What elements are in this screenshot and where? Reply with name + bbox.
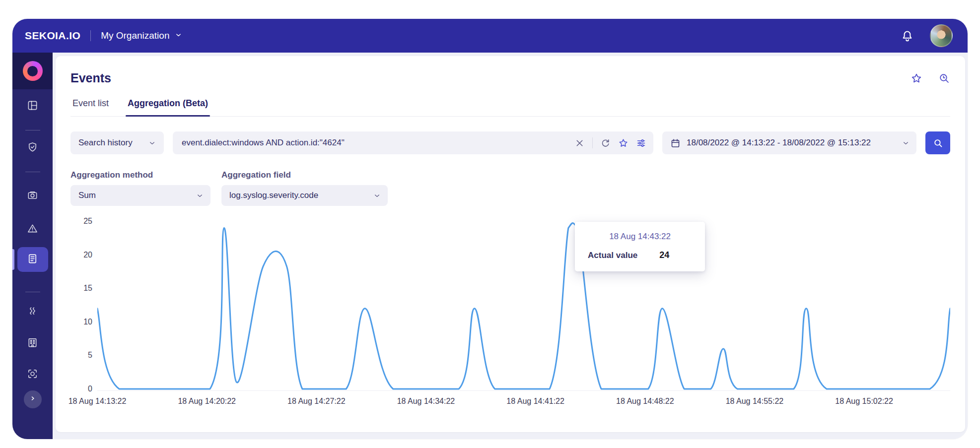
tab-aggregation[interactable]: Aggregation (Beta) (126, 98, 210, 116)
search-history-label: Search history (78, 138, 133, 148)
aggregation-field-select[interactable]: log.syslog.severity.code (221, 185, 388, 206)
topbar-divider (90, 30, 91, 41)
topbar-right (901, 24, 968, 47)
chevron-down-icon (175, 30, 182, 41)
sidebar-item-intakes[interactable] (22, 185, 44, 207)
intakes-icon (27, 190, 38, 203)
y-tick-label: 10 (83, 318, 92, 326)
favorite-icon[interactable] (910, 72, 922, 84)
brand-logo: SEKOIA.IO (25, 30, 80, 42)
chevron-down-icon (373, 192, 381, 199)
tab-event-list[interactable]: Event list (70, 98, 111, 116)
x-tick-label: 18 Aug 14:34:22 (397, 397, 455, 406)
aggregation-method-label: Aggregation method (70, 170, 210, 180)
x-tick-label: 18 Aug 14:55:22 (726, 397, 784, 406)
sidebar-item-events[interactable] (17, 247, 48, 272)
y-tick-label: 20 (83, 251, 92, 259)
sidebar-item-alerts[interactable] (22, 218, 44, 240)
star-icon[interactable] (618, 138, 629, 148)
x-axis: 18 Aug 14:13:2218 Aug 14:20:2218 Aug 14:… (97, 394, 950, 410)
sidebar (12, 53, 53, 439)
query-field-container (173, 131, 653, 154)
y-tick-label: 0 (88, 384, 92, 393)
chevron-down-icon (196, 192, 204, 199)
chart-tooltip: 18 Aug 14:43:22 Actual value 24 (575, 222, 705, 271)
aggregation-method-select[interactable]: Sum (70, 185, 210, 206)
x-tick-label: 18 Aug 14:20:22 (178, 397, 236, 406)
icon-divider (592, 137, 593, 148)
sidebar-divider (25, 172, 40, 172)
y-tick-label: 5 (88, 351, 92, 360)
chevron-right-icon (28, 394, 37, 405)
tooltip-timestamp: 18 Aug 14:43:22 (588, 232, 692, 242)
date-range-picker[interactable]: 18/08/2022 @ 14:13:22 - 18/08/2022 @ 15:… (662, 131, 916, 154)
tooltip-value: 24 (659, 250, 669, 260)
x-tick-label: 18 Aug 14:41:22 (506, 397, 564, 406)
search-history-icon[interactable] (938, 72, 950, 84)
calendar-icon (670, 138, 681, 148)
sidebar-divider (25, 130, 40, 130)
sekoia-logo-icon (23, 61, 43, 81)
aggregation-controls: Aggregation method Sum Aggregation field… (70, 170, 950, 206)
shield-check-icon (27, 141, 38, 155)
aggregation-field-group: Aggregation field log.syslog.severity.co… (221, 170, 388, 206)
user-avatar[interactable] (930, 24, 953, 47)
aggregation-field-label: Aggregation field (221, 170, 388, 180)
chart-plot[interactable]: 18 Aug 14:43:22 Actual value 24 (97, 220, 950, 391)
x-tick-label: 18 Aug 14:13:22 (69, 397, 127, 406)
magnifier-icon (933, 138, 943, 148)
main-area: Events Event list Aggregation (Beta) (53, 53, 968, 439)
page-title: Events (70, 71, 111, 85)
y-tick-label: 15 (83, 284, 92, 293)
query-input[interactable] (182, 138, 568, 148)
aggregation-field-value: log.syslog.severity.code (229, 191, 318, 200)
scope-icon (27, 368, 38, 382)
sidebar-item-protect[interactable] (22, 137, 44, 159)
notifications-bell-icon[interactable] (901, 29, 914, 43)
aggregation-method-group: Aggregation method Sum (70, 170, 210, 206)
chevron-down-icon (902, 139, 910, 147)
x-tick-label: 18 Aug 14:27:22 (287, 397, 346, 406)
aggregation-chart: 0510152025 18 Aug 14:43:22 Actual value … (70, 220, 950, 410)
search-button[interactable] (925, 131, 950, 154)
y-axis: 0510152025 (70, 220, 97, 391)
sidebar-item-scope[interactable] (22, 364, 44, 385)
x-tick-label: 18 Aug 14:48:22 (616, 397, 674, 406)
community-icon (27, 337, 38, 350)
tab-bar: Event list Aggregation (Beta) (70, 98, 950, 117)
organization-name: My Organization (101, 30, 169, 41)
sidebar-item-community[interactable] (22, 332, 44, 354)
aggregation-method-value: Sum (78, 191, 96, 200)
search-toolbar: Search history (70, 131, 950, 154)
sidebar-divider (25, 292, 40, 292)
sidebar-expand-button[interactable] (24, 390, 42, 408)
hunting-icon (27, 306, 38, 319)
events-icon (27, 253, 38, 266)
tooltip-label: Actual value (588, 251, 637, 260)
search-history-dropdown[interactable]: Search history (70, 131, 164, 154)
app-window: SEKOIA.IO My Organization (12, 19, 968, 439)
x-tick-label: 18 Aug 15:02:22 (835, 397, 893, 406)
dashboard-icon (27, 100, 38, 113)
sidebar-logo-tile[interactable] (12, 53, 53, 89)
y-tick-label: 25 (83, 217, 92, 226)
clear-icon[interactable] (574, 138, 585, 148)
chevron-down-icon (148, 139, 156, 147)
sliders-icon[interactable] (636, 138, 646, 148)
topbar: SEKOIA.IO My Organization (12, 19, 968, 53)
date-range-text: 18/08/2022 @ 14:13:22 - 18/08/2022 @ 15:… (687, 138, 896, 148)
sidebar-item-dashboard[interactable] (22, 95, 44, 117)
content-card: Events Event list Aggregation (Beta) (56, 56, 965, 432)
organization-selector[interactable]: My Organization (101, 30, 182, 41)
refresh-icon[interactable] (600, 138, 611, 148)
alerts-icon (27, 223, 38, 236)
sidebar-item-hunting[interactable] (22, 301, 44, 323)
